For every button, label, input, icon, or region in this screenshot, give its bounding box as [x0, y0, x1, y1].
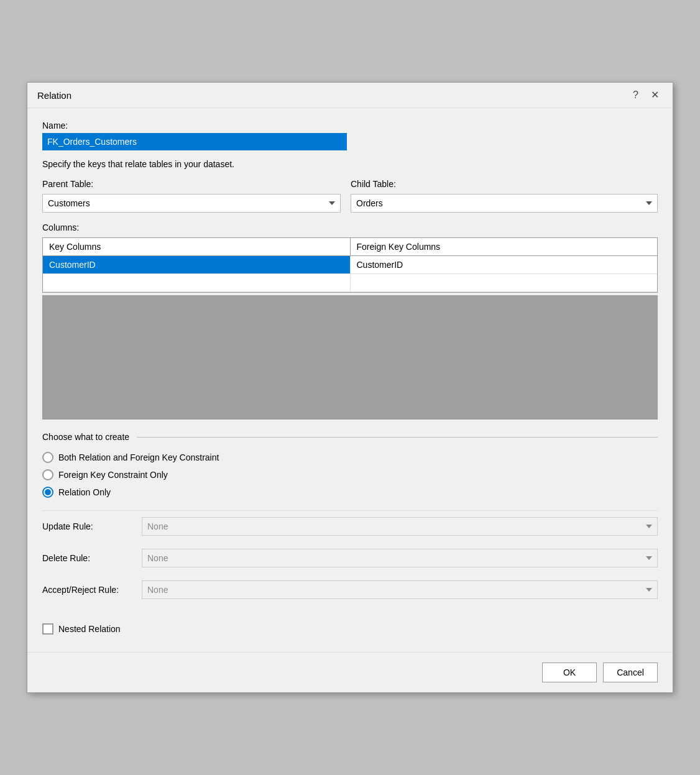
name-value-display[interactable]: FK_Orders_Customers: [42, 133, 347, 150]
columns-section: Columns: Key Columns Foreign Key Columns…: [42, 222, 658, 420]
dialog-body: Name: FK_Orders_Customers Specify the ke…: [27, 108, 673, 652]
update-rule-label: Update Rule:: [42, 521, 142, 531]
child-table-select[interactable]: Orders: [351, 194, 658, 213]
delete-rule-label: Delete Rule:: [42, 553, 142, 563]
tables-row: Parent Table: Customers Child Table: Ord…: [42, 179, 658, 213]
rule-rows: Update Rule: None Delete Rule: None Acce…: [42, 510, 658, 606]
choose-section-header: Choose what to create: [42, 432, 658, 442]
table-row[interactable]: [43, 274, 657, 292]
table-row[interactable]: CustomerID CustomerID: [43, 256, 657, 274]
divider-line: [137, 437, 658, 438]
radio-relation-only[interactable]: Relation Only: [42, 487, 658, 498]
description-text: Specify the keys that relate tables in y…: [42, 159, 658, 169]
parent-table-select[interactable]: Customers: [42, 194, 341, 213]
fk-cell-1: [351, 274, 658, 291]
dialog-title: Relation: [37, 90, 71, 101]
cancel-button[interactable]: Cancel: [603, 663, 658, 682]
title-bar-left: Relation: [37, 90, 71, 101]
radio-label-both: Both Relation and Foreign Key Constraint: [58, 452, 219, 462]
gray-area: [42, 295, 658, 420]
radio-fk-only[interactable]: Foreign Key Constraint Only: [42, 469, 658, 480]
columns-label: Columns:: [42, 222, 658, 232]
relation-dialog: Relation ? ✕ Name: FK_Orders_Customers S…: [27, 82, 673, 693]
key-columns-header: Key Columns: [43, 238, 351, 255]
child-table-group: Child Table: Orders: [351, 179, 658, 213]
help-button[interactable]: ?: [629, 89, 642, 101]
nested-relation-label: Nested Relation: [58, 624, 121, 634]
child-table-label: Child Table:: [351, 179, 658, 189]
choose-label: Choose what to create: [42, 432, 129, 442]
accept-reject-rule-label: Accept/Reject Rule:: [42, 585, 142, 595]
update-rule-row: Update Rule: None: [42, 511, 658, 543]
radio-circle-fk-only: [42, 469, 53, 480]
nested-relation-row[interactable]: Nested Relation: [42, 618, 658, 640]
fk-columns-header: Foreign Key Columns: [351, 238, 658, 255]
dialog-footer: OK Cancel: [27, 652, 673, 692]
parent-table-group: Parent Table: Customers: [42, 179, 341, 213]
radio-circle-both: [42, 452, 53, 463]
fk-cell-0: CustomerID: [351, 256, 658, 273]
title-bar-right: ? ✕: [629, 89, 663, 101]
radio-label-fk-only: Foreign Key Constraint Only: [58, 470, 168, 480]
columns-body: CustomerID CustomerID: [43, 256, 657, 292]
title-bar: Relation ? ✕: [27, 83, 673, 108]
radio-circle-relation-only: [42, 487, 53, 498]
columns-table: Key Columns Foreign Key Columns Customer…: [42, 237, 658, 293]
key-cell-1: [43, 274, 351, 291]
accept-reject-rule-select[interactable]: None: [142, 580, 658, 599]
update-rule-select[interactable]: None: [142, 517, 658, 536]
columns-header: Key Columns Foreign Key Columns: [43, 238, 657, 256]
nested-relation-checkbox[interactable]: [42, 623, 53, 635]
close-button[interactable]: ✕: [647, 89, 663, 101]
parent-table-label: Parent Table:: [42, 179, 341, 189]
radio-label-relation-only: Relation Only: [58, 487, 111, 497]
ok-button[interactable]: OK: [542, 663, 597, 682]
delete-rule-select[interactable]: None: [142, 549, 658, 567]
delete-rule-row: Delete Rule: None: [42, 543, 658, 574]
name-section: Name: FK_Orders_Customers: [42, 121, 658, 150]
key-cell-0: CustomerID: [43, 256, 351, 273]
radio-group: Both Relation and Foreign Key Constraint…: [42, 452, 658, 498]
accept-reject-rule-row: Accept/Reject Rule: None: [42, 574, 658, 606]
name-label: Name:: [42, 121, 658, 131]
radio-both[interactable]: Both Relation and Foreign Key Constraint: [42, 452, 658, 463]
